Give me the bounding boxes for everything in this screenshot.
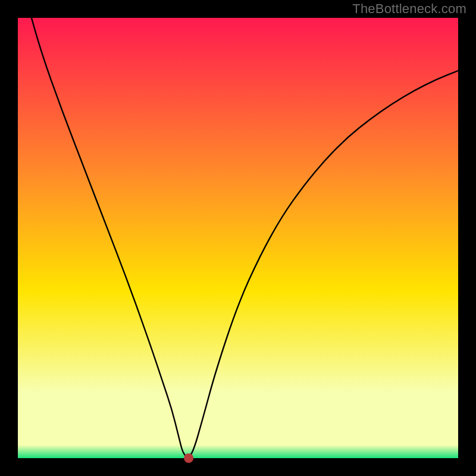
chart-frame: TheBottleneck.com: [0, 0, 476, 476]
optimum-marker: [184, 453, 193, 463]
bottleneck-chart: [0, 0, 476, 476]
plot-background: [18, 18, 458, 458]
